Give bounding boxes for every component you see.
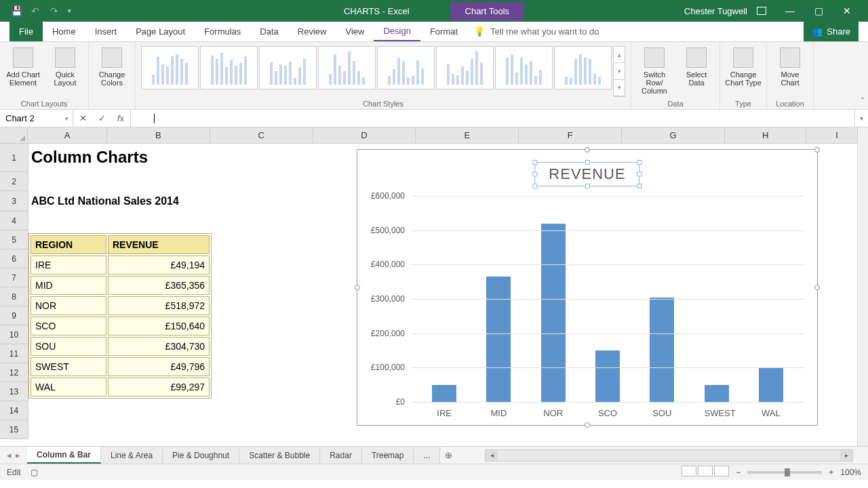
move-chart-button[interactable]: Move Chart (771, 45, 809, 98)
sheet-tab[interactable]: Column & Bar (27, 447, 101, 464)
redo-icon[interactable]: ↷ (49, 5, 60, 16)
tab-insert[interactable]: Insert (85, 22, 127, 41)
column-header[interactable]: C (210, 127, 313, 143)
row-header[interactable]: 2 (0, 172, 28, 191)
row-header[interactable]: 1 (0, 144, 28, 172)
tab-review[interactable]: Review (288, 22, 336, 41)
tab-view[interactable]: View (336, 22, 374, 41)
column-header[interactable]: H (725, 127, 806, 143)
table-row[interactable]: SWEST£49,796 (31, 357, 210, 376)
chart-style-thumb[interactable] (495, 46, 553, 89)
tab-formulas[interactable]: Formulas (195, 22, 250, 41)
enter-icon[interactable]: ✓ (92, 113, 111, 123)
column-header[interactable]: G (622, 127, 725, 143)
scroll-right-icon[interactable]: ▸ (840, 450, 852, 461)
sheet-prev-icon[interactable]: ◂ (7, 450, 12, 460)
quick-layout-button[interactable]: Quick Layout (46, 45, 84, 98)
bar[interactable] (759, 368, 783, 402)
zoom-level[interactable]: 100% (840, 468, 861, 477)
row-header[interactable]: 6 (0, 249, 28, 268)
chart-style-thumb[interactable] (436, 46, 494, 89)
new-sheet-button[interactable]: ⊕ (440, 450, 456, 460)
tab-page-layout[interactable]: Page Layout (126, 22, 195, 41)
chart-handle[interactable] (585, 422, 590, 428)
row-header[interactable]: 8 (0, 287, 28, 306)
name-box[interactable]: Chart 2 (0, 110, 73, 127)
cancel-icon[interactable]: ✕ (73, 113, 92, 123)
row-header[interactable]: 14 (0, 401, 28, 420)
row-header[interactable]: 11 (0, 344, 28, 363)
column-header[interactable]: A (28, 127, 106, 143)
chart-styles-gallery[interactable]: ▴▾▾ (140, 45, 627, 98)
ribbon-options-icon[interactable] (757, 7, 766, 15)
select-all-corner[interactable] (0, 127, 28, 143)
data-table[interactable]: REGIONREVENUE IRE£49,194MID£365,356NOR£5… (28, 233, 212, 399)
table-row[interactable]: MID£365,356 (31, 276, 210, 295)
formula-input[interactable] (131, 110, 854, 127)
chart-style-thumb[interactable] (259, 46, 317, 89)
title-handle[interactable] (532, 160, 537, 165)
sheet-tab[interactable]: Line & Area (101, 447, 163, 464)
close-button[interactable]: ✕ (833, 0, 861, 22)
column-header[interactable]: D (313, 127, 416, 143)
row-header[interactable]: 13 (0, 382, 28, 401)
select-data-button[interactable]: Select Data (677, 45, 715, 98)
column-header[interactable]: F (519, 127, 622, 143)
row-header[interactable]: 7 (0, 268, 28, 287)
title-handle[interactable] (637, 172, 642, 177)
row-header[interactable]: 12 (0, 363, 28, 382)
zoom-slider[interactable] (747, 471, 822, 474)
sheet-tab-more[interactable]: ... (414, 447, 440, 464)
row-header[interactable]: 15 (0, 420, 28, 439)
title-handle[interactable] (585, 184, 589, 188)
table-row[interactable]: SOU£304,730 (31, 337, 210, 356)
row-header[interactable]: 9 (0, 306, 28, 325)
chart-style-thumb[interactable] (318, 46, 376, 89)
bar[interactable] (650, 298, 674, 402)
chart-handle[interactable] (814, 147, 820, 152)
vertical-scrollbar[interactable] (857, 127, 868, 446)
row-header[interactable]: 10 (0, 325, 28, 344)
table-row[interactable]: SCO£150,640 (31, 317, 210, 336)
switch-row-column-button[interactable]: Switch Row/ Column (635, 45, 673, 98)
view-buttons[interactable] (680, 466, 729, 479)
share-button[interactable]: 👥 Share (804, 22, 859, 41)
title-handle[interactable] (585, 160, 589, 165)
user-name[interactable]: Chester Tugwell (684, 6, 747, 16)
title-handle[interactable] (637, 184, 642, 188)
scroll-left-icon[interactable]: ◂ (486, 450, 498, 461)
undo-icon[interactable]: ↶ (30, 5, 41, 16)
row-header[interactable]: 4 (0, 211, 28, 230)
maximize-button[interactable]: ▢ (804, 0, 833, 22)
bar[interactable] (432, 385, 456, 402)
sheet-next-icon[interactable]: ▸ (16, 450, 20, 460)
collapse-ribbon-icon[interactable]: ˇ (861, 97, 864, 106)
fx-icon[interactable]: fx (111, 113, 130, 123)
tab-data[interactable]: Data (250, 22, 288, 41)
horizontal-scrollbar[interactable]: ◂ ▸ (485, 449, 853, 462)
bar[interactable] (486, 277, 511, 402)
change-colors-button[interactable]: Change Colors (93, 45, 131, 98)
chart-style-thumb[interactable] (377, 46, 435, 89)
zoom-in-icon[interactable]: + (829, 468, 833, 477)
tab-file[interactable]: File (9, 22, 43, 41)
sheet-tab[interactable]: Radar (320, 447, 362, 464)
title-handle[interactable] (532, 184, 537, 188)
worksheet-grid[interactable]: ABCDEFGHI 123456789101112131415 Column C… (0, 127, 868, 446)
save-icon[interactable]: 💾 (11, 5, 22, 16)
minimize-button[interactable]: — (776, 0, 804, 22)
table-row[interactable]: IRE£49,194 (31, 256, 210, 274)
title-handle[interactable] (637, 160, 642, 165)
tell-me-search[interactable]: 💡 Tell me what you want to do (474, 22, 599, 41)
chart-title[interactable]: REVENUE (534, 162, 639, 186)
sheet-tab[interactable]: Scatter & Bubble (239, 447, 320, 464)
bar[interactable] (595, 350, 620, 402)
chart-object[interactable]: REVENUE £0£100,000£200,000£300,000£400,0… (357, 149, 818, 426)
title-handle[interactable] (532, 172, 537, 177)
row-header[interactable]: 3 (0, 191, 28, 211)
row-header[interactable]: 5 (0, 230, 28, 249)
sheet-tab[interactable]: Treemap (362, 447, 414, 464)
tab-home[interactable]: Home (43, 22, 85, 41)
table-row[interactable]: NOR£518,972 (31, 296, 210, 315)
zoom-out-icon[interactable]: − (736, 468, 741, 477)
